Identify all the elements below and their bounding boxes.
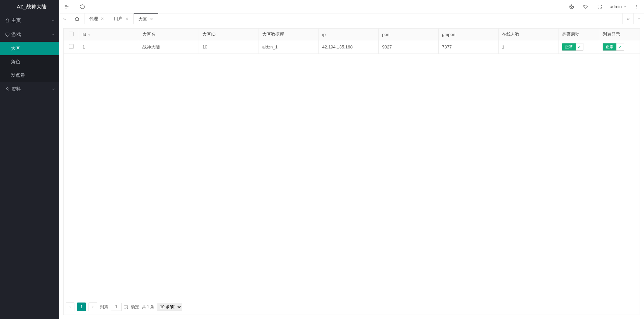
col-status: 是否启动 [558,29,599,40]
sidebar-item-label: 游戏 [11,32,21,38]
col-id[interactable]: Id [82,32,86,37]
pager-goto-suffix: 页 [124,304,128,310]
check-icon: ✓ [576,43,583,50]
topbar: admin [59,0,644,13]
user-icon [4,87,11,92]
listshow-toggle[interactable]: 正常 ✓ [603,43,624,51]
col-online: 在线人数 [498,29,558,40]
tab-home[interactable] [70,13,84,24]
svg-point-10 [636,8,637,8]
status-toggle[interactable]: 正常 ✓ [562,43,583,51]
svg-point-0 [7,87,8,89]
tab-label: 大区 [138,16,147,22]
tabs-scroll-left[interactable] [59,13,70,24]
sidebar-submenu-game: 大区 角色 发点卷 [0,42,59,82]
cell-ip: 42.194.135.168 [319,40,379,54]
select-all-checkbox[interactable] [69,32,74,36]
pagination: 1 到第 页 确定 共 1 条 10 条/页 [64,299,640,315]
cell-zoneid: 10 [199,40,259,54]
tabs-menu[interactable] [633,13,644,24]
row-checkbox[interactable] [69,44,74,49]
cell-online: 1 [498,40,558,54]
refresh-icon[interactable] [77,3,88,11]
theme-icon[interactable] [568,3,576,11]
svg-point-8 [636,5,637,6]
tab-agent[interactable]: 代理 ✕ [84,13,109,24]
col-db: 大区数据库 [259,29,319,40]
sidebar-item-profile[interactable]: 资料 [0,82,59,96]
diamond-icon [4,32,11,37]
user-name: admin [610,4,622,9]
page-size-select[interactable]: 10 条/页 [157,303,182,311]
home-icon [75,16,79,21]
table-header-row: Id◇ 大区名 大区ID 大区数据库 ip port gmport 在线人数 是… [64,29,640,40]
tab-zone[interactable]: 大区 ✕ [134,13,158,24]
listshow-badge: 正常 [603,43,616,50]
svg-point-9 [636,6,637,7]
main-panel: admin 代理 ✕ 用户 ✕ 大区 [59,0,644,319]
tabs-scroll-right[interactable] [622,13,633,24]
sidebar: AZ_战神大陆 主页 游戏 大区 角色 发点卷 资料 [0,0,59,319]
chevron-down-icon [623,5,626,8]
pager-total: 共 1 条 [142,304,154,310]
status-badge: 正常 [562,43,576,50]
sidebar-item-zone[interactable]: 大区 [0,42,59,55]
home-icon [4,18,11,23]
sidebar-item-label: 主页 [11,17,21,24]
brand-title: AZ_战神大陆 [0,0,59,13]
close-icon[interactable]: ✕ [101,16,104,21]
zone-table: Id◇ 大区名 大区ID 大区数据库 ip port gmport 在线人数 是… [63,28,640,315]
cell-db: aldzn_1 [259,40,319,54]
page-prev[interactable] [66,303,74,311]
tag-icon[interactable] [582,3,590,11]
chevron-down-icon [51,87,55,91]
cell-name: 战神大陆 [139,40,199,54]
col-listshow: 列表显示 [599,29,640,40]
sidebar-item-game[interactable]: 游戏 [0,28,59,42]
cell-gmport: 7377 [438,40,498,54]
col-gmport: gmport [438,29,498,40]
tabbar: 代理 ✕ 用户 ✕ 大区 ✕ [59,13,644,24]
svg-point-6 [571,7,571,8]
chevron-down-icon [51,19,55,23]
menu-toggle-icon[interactable] [63,3,71,11]
tab-user[interactable]: 用户 ✕ [109,13,134,24]
svg-point-7 [584,5,585,6]
sidebar-item-points[interactable]: 发点卷 [0,69,59,82]
page-confirm[interactable]: 确定 [131,304,139,310]
content-area: Id◇ 大区名 大区ID 大区数据库 ip port gmport 在线人数 是… [59,24,644,319]
col-port: port [379,29,439,40]
col-name: 大区名 [139,29,199,40]
page-number[interactable]: 1 [77,303,86,311]
close-icon[interactable]: ✕ [125,16,129,21]
close-icon[interactable]: ✕ [150,17,153,22]
sidebar-item-home[interactable]: 主页 [0,13,59,28]
table-row[interactable]: 1 战神大陆 10 aldzn_1 42.194.135.168 9027 73… [64,40,640,54]
sidebar-item-role[interactable]: 角色 [0,55,59,69]
cell-port: 9027 [379,40,439,54]
sidebar-item-label: 资料 [11,86,21,92]
col-ip: ip [319,29,379,40]
sort-icon[interactable]: ◇ [88,33,90,37]
col-zoneid: 大区ID [199,29,259,40]
more-icon[interactable] [633,3,641,11]
svg-point-4 [570,6,571,7]
user-menu[interactable]: admin [610,4,626,9]
pager-goto-prefix: 到第 [100,304,108,310]
chevron-up-icon [51,33,55,37]
page-next[interactable] [89,303,97,311]
tab-label: 代理 [89,16,98,22]
page-input[interactable] [111,303,122,311]
svg-point-5 [571,5,571,6]
fullscreen-icon[interactable] [596,3,604,11]
cell-id: 1 [79,40,139,54]
tab-label: 用户 [114,16,123,22]
check-icon: ✓ [616,43,624,50]
